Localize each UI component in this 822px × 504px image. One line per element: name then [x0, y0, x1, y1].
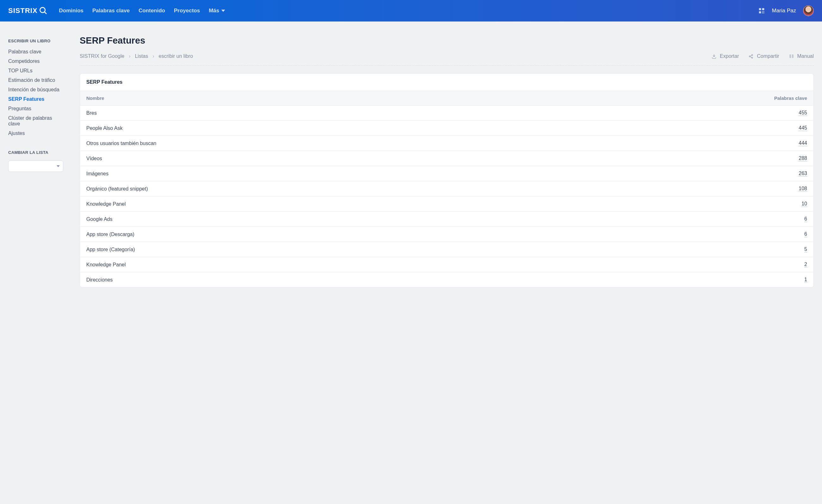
- sidebar-item-palabras-clave[interactable]: Palabras clave: [8, 49, 64, 55]
- row-count[interactable]: 5: [804, 246, 807, 252]
- row-count[interactable]: 288: [799, 155, 807, 161]
- col-count-header: Palabras clave: [774, 95, 807, 101]
- breadcrumb: SISTRIX for Google›Listas›escribir un li…: [80, 53, 193, 59]
- table-row[interactable]: App store (Categoría)5: [80, 242, 813, 257]
- chevron-down-icon: [57, 165, 60, 168]
- sidebar-list: Palabras claveCompetidoresTOP URLsEstima…: [8, 49, 64, 136]
- sidebar-item-preguntas[interactable]: Preguntas: [8, 106, 64, 112]
- svg-point-10: [752, 54, 753, 56]
- breadcrumb-crumb[interactable]: escribir un libro: [159, 53, 193, 59]
- nav-item-palabras-clave[interactable]: Palabras clave: [92, 8, 130, 14]
- row-name: App store (Descarga): [86, 232, 804, 237]
- manual-label: Manual: [797, 53, 814, 59]
- card-title: SERP Features: [80, 74, 813, 91]
- export-button[interactable]: Exportar: [711, 53, 739, 59]
- user-name[interactable]: Maria Paz: [772, 8, 796, 14]
- svg-point-9: [749, 56, 751, 57]
- svg-rect-8: [764, 13, 765, 14]
- book-icon: [789, 54, 794, 59]
- breadcrumb-separator: ›: [129, 53, 130, 59]
- table-row[interactable]: Orgánico (featured snippet)108: [80, 181, 813, 197]
- brand-logo[interactable]: SISTRIX: [8, 6, 48, 15]
- table-row[interactable]: Otros usuarios también buscan444: [80, 136, 813, 151]
- manual-button[interactable]: Manual: [789, 53, 814, 59]
- breadcrumb-row: SISTRIX for Google›Listas›escribir un li…: [80, 53, 814, 66]
- row-count[interactable]: 444: [799, 140, 807, 146]
- table-row[interactable]: People Also Ask445: [80, 121, 813, 136]
- brand-text: SISTRIX: [8, 7, 38, 15]
- row-name: Direcciones: [86, 277, 804, 283]
- sidebar-item-top-urls[interactable]: TOP URLs: [8, 68, 64, 74]
- row-name: Bres: [86, 110, 799, 116]
- svg-line-13: [750, 57, 752, 58]
- row-count[interactable]: 6: [804, 216, 807, 222]
- nav-item-contenido[interactable]: Contenido: [138, 8, 165, 14]
- table-row[interactable]: Knowledge Panel10: [80, 197, 813, 212]
- svg-point-11: [752, 57, 753, 58]
- sidebar-item-intenci-n-de-b-squeda[interactable]: Intención de búsqueda: [8, 87, 64, 93]
- svg-rect-4: [759, 11, 761, 14]
- table-row[interactable]: Direcciones1: [80, 272, 813, 287]
- svg-rect-6: [764, 11, 765, 12]
- nav-item-more[interactable]: Más: [209, 8, 225, 14]
- row-name: Imágenes: [86, 171, 799, 177]
- row-count[interactable]: 108: [799, 186, 807, 192]
- topbar: SISTRIX DominiosPalabras claveContenidoP…: [0, 0, 822, 21]
- svg-rect-3: [762, 8, 765, 10]
- row-count[interactable]: 6: [804, 231, 807, 237]
- sidebar: ESCRIBIR UN LIBRO Palabras claveCompetid…: [0, 21, 71, 504]
- top-nav: DominiosPalabras claveContenidoProyectos…: [59, 8, 225, 14]
- svg-line-1: [44, 12, 46, 14]
- breadcrumb-crumb[interactable]: Listas: [135, 53, 148, 59]
- svg-rect-7: [762, 13, 763, 14]
- row-count[interactable]: 445: [799, 125, 807, 131]
- sidebar-item-serp-features[interactable]: SERP Features: [8, 96, 64, 102]
- row-name: App store (Categoría): [86, 247, 804, 252]
- topbar-right: Maria Paz: [759, 5, 814, 16]
- row-count[interactable]: 10: [801, 201, 807, 207]
- row-name: Knowledge Panel: [86, 201, 801, 207]
- row-name: Otros usuarios también buscan: [86, 141, 799, 146]
- nav-more-label: Más: [209, 8, 219, 14]
- svg-rect-5: [762, 11, 763, 12]
- svg-rect-2: [759, 8, 761, 10]
- row-count[interactable]: 455: [799, 110, 807, 116]
- breadcrumb-separator: ›: [153, 53, 154, 59]
- col-name-header: Nombre: [86, 95, 774, 101]
- svg-line-12: [750, 55, 752, 56]
- table-row[interactable]: App store (Descarga)6: [80, 227, 813, 242]
- main: SERP Features SISTRIX for Google›Listas›…: [71, 21, 822, 504]
- table-body: Bres455People Also Ask445Otros usuarios …: [80, 106, 813, 287]
- download-icon: [711, 54, 717, 59]
- table-head: Nombre Palabras clave: [80, 91, 813, 106]
- search-icon: [39, 6, 48, 15]
- sidebar-item-competidores[interactable]: Competidores: [8, 58, 64, 64]
- share-label: Compartir: [757, 53, 779, 59]
- apps-icon[interactable]: [759, 8, 765, 14]
- share-button[interactable]: Compartir: [748, 53, 779, 59]
- row-name: Orgánico (featured snippet): [86, 186, 799, 192]
- export-label: Exportar: [720, 53, 739, 59]
- sidebar-heading: ESCRIBIR UN LIBRO: [8, 39, 64, 43]
- table-row[interactable]: Imágenes263: [80, 166, 813, 181]
- avatar[interactable]: [803, 5, 814, 16]
- sidebar-item-ajustes[interactable]: Ajustes: [8, 131, 64, 136]
- table-row[interactable]: Bres455: [80, 106, 813, 121]
- change-list-heading: CAMBIAR LA LISTA: [8, 150, 64, 155]
- nav-item-proyectos[interactable]: Proyectos: [174, 8, 200, 14]
- nav-item-dominios[interactable]: Dominios: [59, 8, 83, 14]
- table-row[interactable]: Knowledge Panel2: [80, 257, 813, 272]
- row-count[interactable]: 1: [804, 277, 807, 283]
- page-title: SERP Features: [80, 35, 814, 46]
- page-actions: Exportar Compartir Manual: [711, 53, 814, 59]
- table-row[interactable]: Vídeos288: [80, 151, 813, 166]
- change-list-select[interactable]: [8, 161, 63, 172]
- row-count[interactable]: 2: [804, 262, 807, 268]
- sidebar-item-estimaci-n-de-tr-fico[interactable]: Estimación de tráfico: [8, 77, 64, 83]
- table-row[interactable]: Google Ads6: [80, 212, 813, 227]
- sidebar-item-cl-ster-de-palabras-clave[interactable]: Clúster de palabras clave: [8, 115, 64, 127]
- row-name: People Also Ask: [86, 125, 799, 131]
- breadcrumb-crumb[interactable]: SISTRIX for Google: [80, 53, 124, 59]
- row-count[interactable]: 263: [799, 171, 807, 177]
- row-name: Vídeos: [86, 156, 799, 161]
